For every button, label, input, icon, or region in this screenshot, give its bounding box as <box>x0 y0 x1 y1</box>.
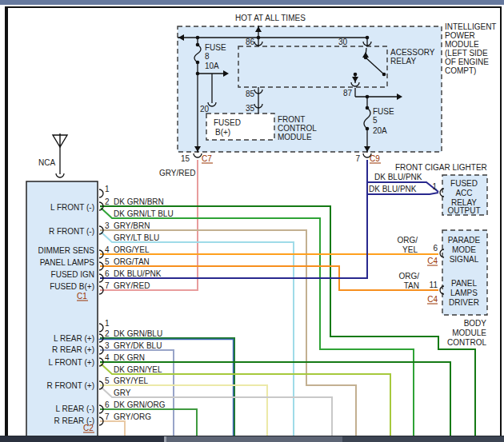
ipm-title-line: INTELLIGENT <box>445 22 496 31</box>
gry-red-wire-label: GRY/RED <box>159 169 195 177</box>
bottom-bar-divider <box>164 436 166 442</box>
wire-gry <box>101 387 332 436</box>
accessory-relay-label: ACESSORY <box>390 48 435 57</box>
panel-ref: C4 <box>427 295 438 304</box>
ipm-title-line: POWER <box>445 31 475 40</box>
fuse8-name: FUSE <box>205 43 226 52</box>
parade-pin: 6 <box>433 244 438 253</box>
body-module-control-label: CONTROL <box>447 338 486 347</box>
panel-line: LAMPS <box>450 289 478 297</box>
c1-pin-num: 7 <box>105 281 110 290</box>
c2-wire-name: DK GRN <box>114 353 145 362</box>
c1-wire-name: GRY/LT BLU <box>114 233 159 242</box>
c1-pin-num: 6 <box>105 269 110 278</box>
c1-wire-name: DK GRN/LT BLU <box>114 209 174 218</box>
radio-module-box <box>26 181 98 436</box>
c2-wire-name: GRY/ORG <box>114 412 151 421</box>
acc-output-line: OUTPUT <box>447 206 480 215</box>
org-tan-label: TAN <box>404 281 419 290</box>
wiring-diagram-page: HOT AT ALL TIMES INTELLIGENT POWER MODUL… <box>0 0 504 442</box>
junction-dot <box>354 73 358 77</box>
c2-wire-name: DK GRN/YEL <box>114 365 162 374</box>
junction-dot <box>196 72 200 76</box>
c1-pin-num: 4 <box>105 245 110 254</box>
fused-b-label: B(+) <box>215 128 230 137</box>
wire-gry-org <box>100 421 125 436</box>
c1-pin-num: 2 <box>105 197 110 206</box>
radio-function-label: DIMMER SENS <box>38 246 94 255</box>
connector-bracket-icon <box>99 189 103 197</box>
terminal-85: 85 <box>246 90 255 98</box>
fuse8-amp: 10A <box>205 62 219 70</box>
c2-pin-num: 2 <box>105 329 110 338</box>
diagram-canvas: HOT AT ALL TIMES INTELLIGENT POWER MODUL… <box>0 0 504 442</box>
antenna-icon <box>53 133 67 147</box>
parade-line: MODE <box>452 245 476 254</box>
c1-wire-name: GRY/BRN <box>114 221 150 230</box>
c2-pin-num: 6 <box>105 400 110 409</box>
ipm-title-line: (LEFT SIDE <box>445 49 488 58</box>
fused-b-label: FUSED <box>214 118 241 127</box>
acc-output-pin: 1 <box>432 182 437 191</box>
junction-dot <box>196 36 200 40</box>
body-module-control-label: BODY <box>464 319 487 328</box>
c1-wire-name: GRY/RED <box>114 281 150 290</box>
c1-wire-name: ORG/TAN <box>114 257 150 266</box>
bottom-bar-edge <box>0 436 504 436</box>
ipm-title-line: COMPT) <box>445 66 476 75</box>
antenna-label: NCA <box>38 158 55 167</box>
radio-function-label: L REAR (-) <box>55 404 94 413</box>
radio-function-label: L FRONT (+) <box>48 358 94 367</box>
dk-blu-pnk-label-2: DK BLU/PNK <box>369 185 417 193</box>
parade-line: PARADE <box>448 236 481 245</box>
front-cigar-lighter-label: FRONT CIGAR LIGHTER <box>395 163 487 172</box>
c2-pin-num: 5 <box>105 376 110 385</box>
fuse5-num: 5 <box>373 116 378 125</box>
c9-pin: 7 <box>355 154 360 163</box>
hot-at-all-times-label: HOT AT ALL TIMES <box>235 14 306 22</box>
c1-pin-num: 5 <box>105 257 110 266</box>
acc-output-line: ACC <box>455 189 472 197</box>
fcm-name-line: FRONT <box>278 115 305 124</box>
terminal-87: 87 <box>343 89 353 98</box>
c2-pin-num: 7 <box>105 412 110 421</box>
fuse5-name: FUSE <box>373 107 394 116</box>
terminal-30: 30 <box>338 38 348 46</box>
bottom-bar-left-segment <box>0 436 164 442</box>
window-top-strip <box>0 0 504 5</box>
c2-pin-num: 3 <box>105 341 110 350</box>
acc-output-line: FUSED <box>450 179 478 188</box>
connector-bracket-icon <box>99 324 103 332</box>
parade-line: SIGNAL <box>450 255 479 264</box>
frame-top-border <box>5 6 502 8</box>
accessory-relay-label: RELAY <box>390 57 416 66</box>
radio-function-label: R REAR (-) <box>54 416 94 425</box>
bottom-bar-right-segment <box>342 436 504 442</box>
fcm-name-line: CONTROL <box>278 124 317 133</box>
panel-line: PANEL <box>451 279 477 288</box>
wire-gry-dk-blu <box>100 350 174 436</box>
fuse5-amp: 20A <box>373 126 387 135</box>
c2-wire-name: GRY <box>114 388 131 397</box>
body-module-control-label: MODULE <box>452 329 486 337</box>
c2-wire-name: DK GRN/ORG <box>114 400 166 409</box>
fuse8-num: 8 <box>205 52 210 61</box>
radio-function-label: L FRONT (-) <box>50 203 94 212</box>
c2-wire-name: GRY/DK BLU <box>114 341 162 350</box>
c1-pin-num: 3 <box>105 221 110 230</box>
connector-bracket-icon <box>194 153 202 157</box>
junction-dot <box>366 36 370 40</box>
dk-blu-pnk-label-1: DK BLU/PNK <box>374 173 422 181</box>
c2-pin-num: 4 <box>105 353 110 362</box>
c7-pin: 15 <box>181 154 190 163</box>
radio-function-label: PANEL LAMPS <box>40 258 95 267</box>
radio-function-label: R FRONT (+) <box>46 381 94 390</box>
c9-ref: C9 <box>370 154 380 163</box>
frame-right-border <box>500 6 502 436</box>
ipm-title-line: MODULE <box>445 40 479 49</box>
radio-function-label: L REAR (+) <box>54 334 94 343</box>
panel-pin: 11 <box>430 281 438 289</box>
c7-ref: C7 <box>202 154 212 163</box>
org-yel-label: ORG/ <box>397 236 418 245</box>
c1-wire-name: DK BLU/PNK <box>114 269 162 278</box>
